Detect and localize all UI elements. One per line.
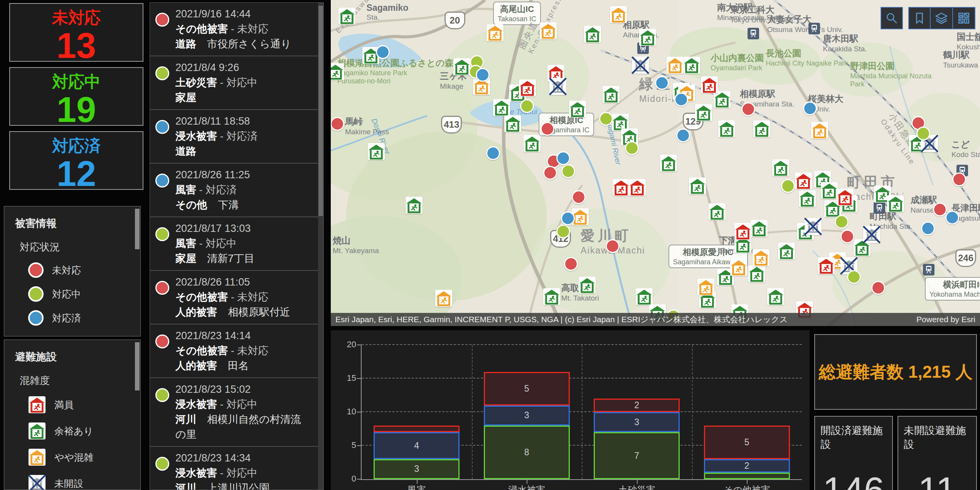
incident-list-scrollbar[interactable] xyxy=(318,3,323,490)
marker-incident-done[interactable] xyxy=(676,128,690,142)
marker-incident-inprogress[interactable] xyxy=(556,225,570,238)
list-item[interactable]: 2021/8/17 13:03風害 - 対応中家屋清新7丁目 xyxy=(150,217,323,271)
route-shield: 413 xyxy=(441,116,462,133)
unopened-shelters-value: 11 xyxy=(898,469,976,490)
marker-shelter-crowded[interactable] xyxy=(539,22,557,40)
bookmark-button[interactable] xyxy=(908,7,931,29)
marker-incident-done[interactable] xyxy=(561,211,575,225)
status-dot-icon xyxy=(155,174,169,188)
marker-shelter-available[interactable] xyxy=(798,190,816,208)
marker-shelter-available[interactable] xyxy=(367,143,385,161)
list-item[interactable]: 2021/8/23 15:02浸水被害 - 対応中河川相模川自然の村清流の里 xyxy=(150,378,323,447)
marker-incident-done[interactable] xyxy=(945,211,959,225)
marker-incident-unhandled[interactable] xyxy=(741,102,755,116)
list-item[interactable]: 2021/8/26 11:05その他被害 - 未対応人的被害相模原駅付近 xyxy=(150,271,323,324)
marker-incident-inprogress[interactable] xyxy=(520,99,534,113)
marker-shelter-available[interactable] xyxy=(338,7,356,25)
marker-shelter-available[interactable] xyxy=(602,86,620,103)
marker-shelter-crowded[interactable] xyxy=(697,278,715,296)
marker-incident-done[interactable] xyxy=(556,151,570,165)
marker-incident-done[interactable] xyxy=(674,93,688,106)
marker-shelter-available[interactable] xyxy=(569,100,586,118)
marker-incident-unhandled[interactable] xyxy=(543,166,557,180)
marker-shelter-available[interactable] xyxy=(543,288,561,306)
marker-shelter-full[interactable] xyxy=(612,179,630,196)
marker-shelter-available[interactable] xyxy=(708,203,726,221)
marker-shelter-crowded[interactable] xyxy=(610,6,627,24)
marker-shelter-available[interactable] xyxy=(635,288,653,306)
marker-incident-unhandled[interactable] xyxy=(871,281,885,295)
marker-shelter-unopened[interactable] xyxy=(863,226,881,243)
legend-damage-scrollbar[interactable] xyxy=(135,209,140,249)
marker-shelter-available[interactable] xyxy=(523,135,541,152)
marker-shelter-available[interactable] xyxy=(695,104,712,122)
layers-button[interactable] xyxy=(931,7,953,29)
marker-incident-unhandled[interactable] xyxy=(840,230,854,243)
marker-shelter-unopened[interactable] xyxy=(804,218,822,235)
marker-incident-unhandled[interactable] xyxy=(933,203,947,216)
marker-shelter-full[interactable] xyxy=(628,179,646,196)
marker-incident-inprogress[interactable] xyxy=(835,215,849,229)
marker-shelter-full[interactable] xyxy=(700,76,718,94)
marker-shelter-available[interactable] xyxy=(718,120,736,138)
marker-shelter-crowded[interactable] xyxy=(730,259,748,276)
marker-shelter-unopened[interactable] xyxy=(631,56,649,74)
total-evacuees-text: 総避難者数 1,215 人 xyxy=(819,361,973,384)
marker-incident-unhandled[interactable] xyxy=(952,172,966,186)
marker-incident-done[interactable] xyxy=(803,101,817,115)
incident-category-location: 道路市役所さくら通り xyxy=(175,37,310,52)
marker-shelter-available[interactable] xyxy=(660,154,677,172)
incident-date: 2021/8/23 15:02 xyxy=(175,382,310,397)
marker-shelter-available[interactable] xyxy=(772,159,790,177)
search-button[interactable] xyxy=(881,7,903,29)
marker-shelter-available[interactable] xyxy=(405,196,423,214)
marker-shelter-full[interactable] xyxy=(817,257,835,275)
marker-shelter-available[interactable] xyxy=(778,242,795,260)
marker-incident-inprogress[interactable] xyxy=(781,179,795,193)
basemap-gallery-button[interactable] xyxy=(953,7,975,29)
marker-incident-inprogress[interactable] xyxy=(561,164,575,178)
marker-shelter-available[interactable] xyxy=(887,195,904,213)
marker-shelter-available[interactable] xyxy=(683,56,700,74)
marker-shelter-full[interactable] xyxy=(519,79,536,97)
marker-shelter-crowded[interactable] xyxy=(486,24,504,42)
marker-shelter-available[interactable] xyxy=(639,29,657,46)
marker-incident-done[interactable] xyxy=(921,221,935,235)
list-item[interactable]: 2021/8/4 9:26土砂災害 - 対応中家屋 xyxy=(150,56,323,110)
marker-shelter-available[interactable] xyxy=(753,120,771,138)
map[interactable]: SagamikoSta.高尾山ICTakaosan IC相模湖自然公園ふるさとの… xyxy=(331,0,980,326)
marker-shelter-available[interactable] xyxy=(689,177,706,195)
marker-shelter-available[interactable] xyxy=(331,63,344,81)
list-item[interactable]: 2021/8/26 11:25風害 - 対応済その他下溝 xyxy=(150,164,323,217)
marker-incident-done[interactable] xyxy=(486,146,500,160)
marker-shelter-available[interactable] xyxy=(748,265,766,283)
marker-shelter-available[interactable] xyxy=(504,115,522,133)
marker-shelter-available[interactable] xyxy=(493,99,510,117)
marker-incident-unhandled[interactable] xyxy=(331,117,344,131)
marker-shelter-full[interactable] xyxy=(734,223,752,240)
marker-shelter-available[interactable] xyxy=(750,220,768,237)
marker-shelter-crowded[interactable] xyxy=(666,56,684,74)
marker-shelter-full[interactable] xyxy=(836,188,854,206)
marker-shelter-unopened[interactable] xyxy=(549,78,567,95)
list-item[interactable]: 2021/8/23 14:34浸水被害 - 対応中河川上溝川辺公園 xyxy=(150,447,323,490)
list-item[interactable]: 2021/8/23 14:14その他被害 - 未対応人的被害田名 xyxy=(150,324,323,378)
marker-shelter-available[interactable] xyxy=(767,288,785,306)
marker-incident-unhandled[interactable] xyxy=(541,122,554,136)
list-item[interactable]: 2021/8/11 18:58浸水被害 - 対応済道路 xyxy=(150,110,323,164)
list-item[interactable]: 2021/9/16 14:44その他被害 - 未対応道路市役所さくら通り xyxy=(150,3,323,56)
marker-incident-unhandled[interactable] xyxy=(606,239,620,253)
marker-shelter-crowded[interactable] xyxy=(752,249,770,267)
marker-shelter-crowded[interactable] xyxy=(435,289,453,307)
marker-incident-done[interactable] xyxy=(376,45,390,59)
marker-shelter-available[interactable] xyxy=(578,276,596,294)
marker-shelter-full[interactable] xyxy=(795,172,812,190)
marker-shelter-available[interactable] xyxy=(453,58,471,76)
chart-plot-area: 0510152034風害835浸水被害732土砂災害25その他被害 xyxy=(361,345,802,480)
marker-shelter-crowded[interactable] xyxy=(811,122,828,139)
marker-shelter-available[interactable] xyxy=(584,25,601,43)
route-shield: 246 xyxy=(955,249,976,267)
legend-shelter-scrollbar[interactable] xyxy=(135,342,140,390)
status-blue-icon xyxy=(28,310,44,326)
marker-shelter-available[interactable] xyxy=(820,182,838,199)
